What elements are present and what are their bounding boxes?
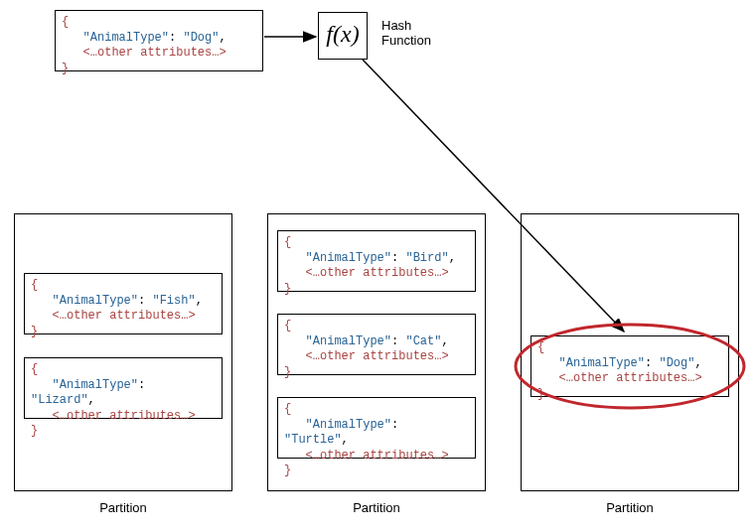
- json-colon: :: [391, 334, 405, 348]
- partition-label-0: Partition: [14, 500, 232, 515]
- json-comma: ,: [342, 433, 349, 447]
- json-value: "Bird": [405, 251, 448, 265]
- brace-open: {: [284, 235, 291, 249]
- partition-box-0: [14, 213, 232, 491]
- brace-open: {: [284, 402, 291, 416]
- json-key: "AnimalType": [53, 378, 138, 392]
- json-comma: ,: [694, 356, 701, 370]
- json-comma: ,: [219, 31, 226, 45]
- json-other: <…other attributes…>: [53, 409, 196, 423]
- brace-open: {: [537, 340, 544, 354]
- brace-close: }: [62, 62, 69, 75]
- json-key: "AnimalType": [306, 418, 391, 432]
- json-comma: ,: [196, 294, 203, 308]
- json-colon: :: [138, 294, 152, 308]
- record-dog: { "AnimalType": "Dog", <…other attribute…: [530, 335, 729, 397]
- brace-close: }: [31, 325, 38, 338]
- brace-close: }: [31, 424, 38, 438]
- json-key: "AnimalType": [83, 31, 169, 45]
- brace-open: {: [62, 15, 69, 29]
- json-other: <…other attributes…>: [306, 449, 449, 463]
- json-colon: :: [138, 378, 145, 392]
- record-fish: { "AnimalType": "Fish", <…other attribut…: [24, 273, 223, 334]
- json-key: "AnimalType": [559, 356, 645, 370]
- json-value: "Cat": [405, 334, 441, 348]
- json-other: <…other attributes…>: [53, 309, 196, 323]
- partition-label-2: Partition: [521, 500, 739, 515]
- record-bird: { "AnimalType": "Bird", <…other attribut…: [277, 230, 476, 292]
- json-key: "AnimalType": [306, 334, 391, 348]
- hash-function-label: Hash Function: [381, 18, 451, 48]
- input-record: { "AnimalType": "Dog", <…other attribute…: [55, 10, 263, 71]
- brace-close: }: [284, 282, 291, 296]
- json-other: <…other attributes…>: [559, 371, 702, 385]
- json-value: "Dog": [659, 356, 694, 370]
- brace-close: }: [284, 365, 291, 379]
- brace-close: }: [284, 464, 291, 477]
- json-key: "AnimalType": [53, 294, 138, 308]
- record-cat: { "AnimalType": "Cat", <…other attribute…: [277, 314, 476, 375]
- json-value: "Fish": [152, 294, 195, 308]
- json-value: "Lizard": [31, 393, 88, 407]
- record-turtle: { "AnimalType": "Turtle", <…other attrib…: [277, 397, 476, 459]
- brace-open: {: [31, 278, 38, 292]
- json-comma: ,: [449, 251, 456, 265]
- hash-function-symbol: f(x): [326, 21, 359, 47]
- json-value: "Turtle": [284, 433, 342, 447]
- brace-open: {: [31, 362, 38, 376]
- json-comma: ,: [88, 393, 95, 407]
- partition-label-1: Partition: [267, 500, 486, 515]
- json-other: <…other attributes…>: [306, 266, 449, 280]
- json-colon: :: [169, 31, 183, 45]
- json-other: <…other attributes…>: [306, 349, 449, 363]
- json-colon: :: [391, 251, 405, 265]
- json-colon: :: [645, 356, 659, 370]
- hash-function-box: f(x): [318, 12, 368, 60]
- brace-close: }: [537, 387, 544, 401]
- json-other: <…other attributes…>: [83, 46, 227, 60]
- json-comma: ,: [441, 334, 448, 348]
- json-value: "Dog": [183, 31, 219, 45]
- json-key: "AnimalType": [306, 251, 391, 265]
- record-lizard: { "AnimalType": "Lizard", <…other attrib…: [24, 357, 223, 419]
- json-colon: :: [391, 418, 398, 432]
- brace-open: {: [284, 319, 291, 332]
